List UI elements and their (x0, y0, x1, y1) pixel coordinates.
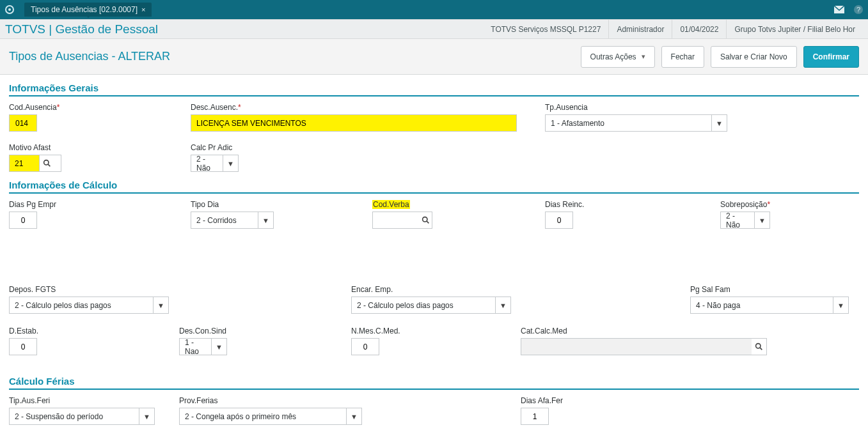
label-dias-pg-empr: Dias Pg Empr (9, 200, 175, 209)
chevron-down-icon[interactable]: ▼ (833, 297, 848, 313)
close-label: Fechar (671, 52, 695, 61)
env-info: TOTVS Serviços MSSQL P1227 (483, 19, 608, 39)
select-pg-sal-fam[interactable]: 4 - Não paga ▼ (690, 297, 849, 314)
ferias-row: Tip.Aus.Feri 2 - Suspensão do período ▼ … (9, 396, 859, 435)
search-icon[interactable] (39, 155, 54, 171)
save-and-new-label: Salvar e Criar Novo (720, 52, 787, 61)
f-pg-sal-fam: Pg Sal Fam 4 - Não paga ▼ (690, 285, 856, 314)
action-bar: Tipos de Ausencias - ALTERAR Outras Açõe… (0, 39, 868, 75)
field-cod-verba: Cod.Verba (372, 200, 530, 229)
select-value: 2 - Não (191, 155, 223, 173)
select-calc-pr-adic[interactable]: 2 - Não ▼ (191, 155, 239, 172)
section-title-general: Informações Gerais (9, 82, 859, 93)
input-dias-pg-empr[interactable] (9, 212, 37, 229)
select-value: 1 - Afastamento (546, 119, 711, 128)
save-and-new-button[interactable]: Salvar e Criar Novo (711, 46, 797, 68)
section-rule (9, 389, 859, 390)
chevron-down-icon[interactable]: ▼ (223, 155, 238, 171)
f-d-estab: D.Estab. (9, 327, 38, 355)
input-cat-calc-med[interactable] (521, 338, 767, 355)
input-cod-ausencia[interactable] (9, 114, 37, 132)
chevron-down-icon[interactable]: ▼ (139, 408, 154, 424)
select-tip-aus-feri[interactable]: 2 - Suspensão do período ▼ (9, 408, 155, 425)
input-dias-reinc[interactable] (545, 212, 573, 229)
select-value: 1 - Nao (180, 338, 211, 356)
f-cat-calc-med: Cat.Calc.Med (521, 327, 767, 355)
field-sobreposicao: Sobreposição* 2 - Não ▼ (720, 200, 770, 229)
select-tipo-dia[interactable]: 2 - Corridos ▼ (191, 212, 274, 229)
brand-title: TOTVS | Gestão de Pessoal (5, 22, 158, 36)
chevron-down-icon[interactable]: ▼ (754, 212, 769, 228)
f-prov-ferias: Prov.Ferias 2 - Congela após o primeiro … (179, 396, 362, 425)
help-icon[interactable]: ? (849, 0, 868, 19)
close-icon[interactable]: × (141, 6, 145, 13)
form-scroll-area[interactable]: Informações Gerais Cod.Ausencia* Desc.Au… (4, 75, 864, 439)
confirm-label: Confirmar (813, 52, 849, 61)
label-tp-ausencia: Tp.Ausencia (545, 103, 737, 112)
select-value: 2 - Corridos (191, 216, 258, 225)
lbl-n-mes-c-med: N.Mes.C.Med. (351, 327, 400, 335)
lbl-des-con-sind: Des.Con.Sind (179, 327, 227, 335)
label-cod-ausencia: Cod.Ausencia* (9, 103, 175, 112)
field-dias-reinc: Dias Reinc. (545, 200, 705, 229)
chevron-down-icon[interactable]: ▼ (211, 339, 226, 355)
chevron-down-icon[interactable]: ▼ (258, 212, 273, 228)
lbl-dias-afa-fer: Dias Afa.Fer (521, 396, 563, 405)
select-sobreposicao[interactable]: 2 - Não ▼ (720, 212, 770, 229)
mail-icon[interactable] (830, 0, 849, 19)
close-button[interactable]: Fechar (661, 46, 704, 68)
date-info: 01/04/2022 (672, 19, 726, 39)
select-value: 2 - Cálculo pelos dias pagos (352, 301, 495, 310)
lbl-cat-calc-med: Cat.Calc.Med (521, 327, 767, 335)
section-rule (9, 192, 859, 194)
select-des-con-sind[interactable]: 1 - Nao ▼ (179, 338, 227, 355)
field-motivo-afast: Motivo Afast (9, 143, 175, 172)
header-strip: TOTVS | Gestão de Pessoal TOTVS Serviços… (0, 19, 868, 39)
search-icon[interactable] (420, 212, 432, 228)
select-depos-fgts[interactable]: 2 - Cálculo pelos dias pagos ▼ (9, 297, 169, 314)
input-motivo-afast[interactable] (9, 155, 61, 172)
f-dias-afa-fer: Dias Afa.Fer (521, 396, 563, 425)
field-cod-ausencia: Cod.Ausencia* (9, 103, 175, 132)
select-value: 2 - Congela após o primeiro mês (180, 412, 346, 421)
select-encar-emp[interactable]: 2 - Cálculo pelos dias pagos ▼ (351, 297, 511, 314)
lbl-tip-aus-feri: Tip.Aus.Feri (9, 396, 155, 405)
lbl-encar-emp: Encar. Emp. (351, 285, 517, 294)
input-dias-afa-fer[interactable] (521, 408, 549, 425)
label-cod-verba: Cod.Verba (372, 200, 530, 209)
select-value: 2 - Cálculo pelos dias pagos (10, 301, 153, 310)
f-n-mes-c-med: N.Mes.C.Med. (351, 327, 400, 355)
svg-point-9 (756, 344, 761, 348)
search-icon[interactable] (752, 339, 766, 355)
field-desc-ausenc: Desc.Ausenc.* (191, 103, 530, 132)
label-sobreposicao: Sobreposição* (720, 200, 770, 209)
label-dias-reinc: Dias Reinc. (545, 200, 705, 209)
branch-info: Grupo Totvs Jupiter / Filial Belo Hor (726, 19, 863, 39)
input-cod-verba[interactable] (372, 212, 432, 229)
app-menu-icon[interactable] (0, 0, 19, 19)
tab-tipos-ausencias[interactable]: Tipos de Ausências [02.9.0007] × (24, 3, 152, 17)
svg-point-1 (8, 8, 11, 11)
other-actions-label: Outras Ações (590, 52, 636, 61)
label-calc-pr-adic: Calc Pr Adic (191, 143, 239, 152)
input-d-estab[interactable] (9, 338, 37, 355)
select-value: 2 - Não (721, 212, 754, 229)
select-tp-ausencia[interactable]: 1 - Afastamento ▼ (545, 114, 727, 132)
chevron-down-icon[interactable]: ▼ (495, 297, 510, 313)
label-motivo-afast: Motivo Afast (9, 143, 175, 152)
field-tp-ausencia: Tp.Ausencia 1 - Afastamento ▼ (545, 103, 737, 132)
chevron-down-icon[interactable]: ▼ (153, 297, 168, 313)
input-n-mes-c-med[interactable] (351, 338, 379, 355)
chevron-down-icon[interactable]: ▼ (711, 115, 727, 131)
svg-line-10 (760, 348, 762, 350)
select-value: 4 - Não paga (691, 301, 833, 310)
other-actions-button[interactable]: Outras Ações (581, 46, 655, 68)
select-prov-ferias[interactable]: 2 - Congela após o primeiro mês ▼ (179, 408, 362, 425)
input-desc-ausenc[interactable] (191, 114, 517, 132)
confirm-button[interactable]: Confirmar (803, 46, 859, 68)
chevron-down-icon[interactable]: ▼ (346, 408, 361, 424)
svg-line-8 (427, 221, 429, 223)
calc-rows-2-3: Depos. FGTS 2 - Cálculo pelos dias pagos… (9, 285, 859, 368)
f-depos-fgts: Depos. FGTS 2 - Cálculo pelos dias pagos… (9, 285, 175, 314)
svg-line-6 (48, 164, 50, 166)
